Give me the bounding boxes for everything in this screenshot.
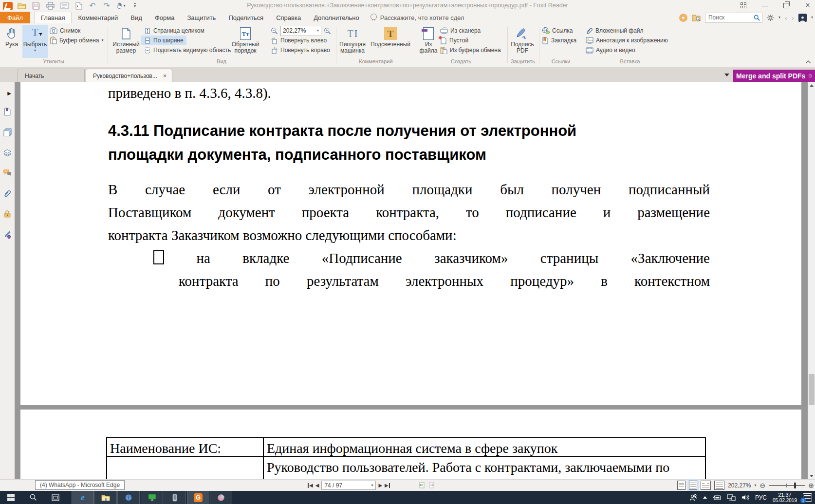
search-icon[interactable]	[754, 15, 760, 21]
tell-me-box[interactable]: Расскажите, что хотите сдел	[366, 12, 469, 23]
tray-expand-icon[interactable]	[703, 496, 707, 499]
redo-icon[interactable]: ↷	[102, 1, 111, 10]
security-panel-icon[interactable]	[3, 209, 12, 218]
create-from-file-button[interactable]: Из файла	[418, 25, 439, 58]
highlight-button[interactable]: Т Подсвеченный	[368, 25, 413, 58]
from-clipboard-button[interactable]: Из буфера обмена	[440, 45, 501, 55]
fit-page-button[interactable]: Страница целиком	[144, 26, 204, 36]
people-icon[interactable]	[689, 494, 697, 501]
continuous-view-icon[interactable]	[689, 481, 697, 490]
bookmark-button[interactable]: Закладка	[542, 36, 576, 45]
hand-tool-button[interactable]: Рука	[2, 25, 21, 58]
fit-width-button[interactable]: По ширине	[144, 36, 186, 45]
account-caret-icon[interactable]: ▾	[811, 16, 813, 19]
next-view-icon[interactable]	[428, 482, 435, 489]
account-avatar[interactable]	[798, 14, 807, 22]
taskbar-disk-app-button[interactable]	[210, 491, 232, 504]
next-page-icon[interactable]: ▶	[378, 483, 382, 488]
attach-file-button[interactable]: Вложенный файл	[586, 26, 644, 36]
email-icon[interactable]	[59, 1, 69, 10]
from-scanner-button[interactable]: Из сканера	[440, 26, 481, 36]
facing-view-icon[interactable]	[701, 481, 711, 490]
tab-comment[interactable]: Комментарий	[72, 12, 124, 23]
expand-panel-icon[interactable]: ▶	[5, 89, 14, 97]
collapse-ribbon-icon[interactable]	[805, 59, 811, 64]
zoom-in-icon[interactable]	[324, 27, 331, 35]
zoom-slider[interactable]	[769, 485, 805, 486]
taskbar-foxit-button[interactable]: G	[187, 491, 209, 504]
signatures-panel-icon[interactable]	[3, 230, 12, 239]
snapshot-button[interactable]: Снимок	[50, 26, 80, 36]
hand-select-icon[interactable]: ▾	[116, 1, 126, 10]
image-annotation-button[interactable]: Аннотация к изображению	[586, 36, 668, 45]
attachments-panel-icon[interactable]	[3, 189, 12, 198]
zoom-level-select[interactable]: 202,27% ▾	[280, 26, 321, 36]
fit-visible-button[interactable]: Подогнать видимую область	[144, 45, 231, 55]
bookmarks-panel-icon[interactable]	[3, 107, 12, 116]
continuous-facing-view-icon[interactable]	[714, 481, 724, 490]
restore-icon[interactable]	[781, 1, 792, 10]
prev-page-icon[interactable]: ◀	[315, 483, 319, 488]
tab-extra[interactable]: Дополнительно	[307, 12, 366, 23]
folder-search-icon[interactable]	[692, 14, 701, 21]
history-back-icon[interactable]: ‹	[785, 14, 787, 21]
save-icon[interactable]	[31, 1, 41, 10]
gear-caret-icon[interactable]: ▾	[778, 16, 780, 19]
zoom-slider-thumb[interactable]	[794, 483, 796, 488]
tab-help[interactable]: Справка	[270, 12, 307, 23]
zoom-out-circle-icon[interactable]: ⊖	[760, 482, 766, 489]
history-forward-icon[interactable]: ›	[792, 14, 794, 21]
last-page-icon[interactable]: ▶	[385, 483, 390, 488]
page-number-select[interactable]: 74 / 97 ▾	[321, 481, 376, 490]
new-document-icon[interactable]	[74, 1, 83, 10]
like-icon[interactable]: ♥	[679, 14, 687, 22]
tab-view[interactable]: Вид	[124, 12, 148, 23]
pen-device-icon[interactable]	[713, 494, 721, 501]
doc-tab-start[interactable]: Начать	[18, 69, 85, 82]
doc-tab-active[interactable]: Руководство+пользов... ×	[86, 69, 172, 82]
taskbar-explorer-button[interactable]	[94, 491, 117, 504]
open-file-icon[interactable]	[17, 1, 27, 10]
foxit-logo-icon[interactable]	[3, 1, 13, 10]
zoom-in-circle-icon[interactable]: ⊕	[808, 482, 814, 489]
rotate-right-button[interactable]: Повернуть вправо	[271, 45, 330, 55]
tab-home[interactable]: Главная	[34, 12, 72, 23]
network-icon[interactable]	[727, 494, 736, 501]
comments-panel-icon[interactable]	[3, 168, 12, 177]
actual-size-button[interactable]: Истинный размер	[110, 25, 142, 58]
rotate-left-button[interactable]: Повернуть влево	[271, 36, 327, 45]
search-input[interactable]	[707, 14, 754, 21]
select-tool-button[interactable]: T➤ Выбрать ▾	[22, 25, 48, 58]
typewriter-button[interactable]: T I Пишущая машинка	[338, 25, 367, 58]
merge-split-pdfs-button[interactable]: Merge and split PDFs	[733, 70, 815, 82]
first-page-icon[interactable]: ◀	[308, 483, 313, 488]
taskbar-search-button[interactable]	[22, 491, 44, 504]
clipboard-button[interactable]: Буфер обмена ▾	[50, 36, 104, 45]
gear-icon[interactable]	[767, 14, 774, 21]
zoom-out-icon[interactable]	[271, 27, 278, 35]
tab-list-caret-icon[interactable]	[724, 74, 729, 76]
minimize-icon[interactable]: —	[759, 1, 770, 10]
create-blank-button[interactable]: ✱ Пустой	[440, 36, 468, 45]
scroll-up-icon[interactable]	[810, 84, 814, 87]
previous-view-icon[interactable]	[418, 482, 426, 489]
layout-grid-icon[interactable]	[738, 1, 749, 10]
taskbar-phone-button[interactable]	[164, 491, 186, 504]
tab-protect[interactable]: Защитить	[181, 12, 222, 23]
audio-video-button[interactable]: Аудио и видео	[586, 45, 635, 55]
volume-icon[interactable]	[741, 494, 749, 501]
taskbar-virtualbox-button[interactable]	[117, 491, 140, 504]
pages-panel-icon[interactable]	[3, 128, 12, 136]
status-zoom-caret-icon[interactable]: ▾	[755, 484, 757, 487]
link-button[interactable]: Ссылка	[542, 26, 573, 36]
language-indicator[interactable]: РУС	[755, 494, 767, 501]
vertical-scrollbar[interactable]	[808, 82, 815, 480]
undo-icon[interactable]: ↶	[88, 1, 97, 10]
close-icon[interactable]: ×	[802, 1, 813, 10]
taskbar-remote-desktop-button[interactable]	[141, 491, 163, 504]
taskbar-edge-button[interactable]: e	[72, 491, 94, 504]
single-page-view-icon[interactable]	[677, 481, 685, 490]
tab-file[interactable]: Файл	[0, 12, 30, 23]
close-tab-icon[interactable]: ×	[163, 72, 167, 79]
task-view-button[interactable]	[45, 491, 66, 504]
